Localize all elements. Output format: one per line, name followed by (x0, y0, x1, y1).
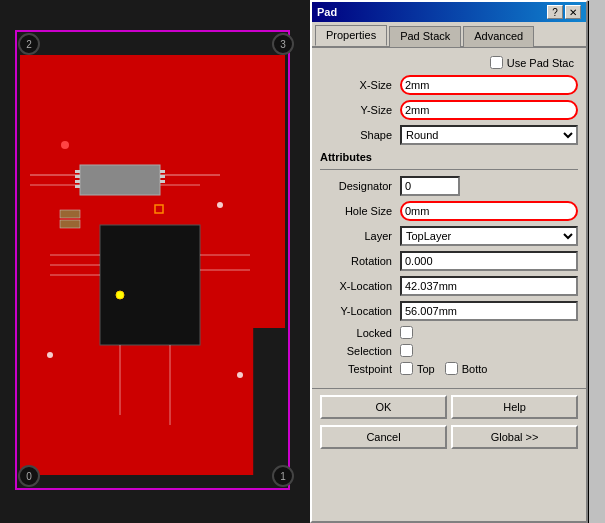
locked-checkbox[interactable] (400, 326, 413, 339)
ok-button[interactable]: OK (320, 395, 447, 419)
x-location-input[interactable] (400, 276, 578, 296)
x-location-label: X-Location (320, 280, 400, 292)
testpoint-row: Testpoint Top Botto (320, 362, 578, 375)
designator-input[interactable] (400, 176, 460, 196)
x-location-row: X-Location (320, 276, 578, 296)
pcb-traces (20, 55, 285, 475)
attributes-header: Attributes (320, 151, 578, 163)
tab-properties[interactable]: Properties (315, 25, 387, 46)
svg-rect-18 (60, 210, 80, 218)
use-padstack-row: Use Pad Stac (320, 56, 578, 69)
use-padstack-label: Use Pad Stac (507, 57, 574, 69)
svg-rect-8 (160, 175, 165, 178)
y-size-label: Y-Size (320, 104, 400, 116)
corner-2: 2 (18, 33, 40, 55)
close-button[interactable]: ✕ (565, 5, 581, 19)
hole-size-input[interactable] (400, 201, 578, 221)
rotation-row: Rotation (320, 251, 578, 271)
svg-rect-7 (160, 170, 165, 173)
shape-row: Shape Round Square Rectangular (320, 125, 578, 145)
svg-rect-3 (75, 170, 80, 173)
locked-row: Locked (320, 326, 578, 339)
pad-dialog: Pad ? ✕ Properties Pad Stack Advanced Us… (310, 0, 588, 523)
rotation-label: Rotation (320, 255, 400, 267)
svg-point-22 (217, 202, 223, 208)
testpoint-label: Testpoint (320, 363, 400, 375)
layer-row: Layer TopLayer BottomLayer MultiLayer (320, 226, 578, 246)
x-size-input[interactable] (400, 75, 578, 95)
pcb-canvas: 2 3 0 1 (0, 0, 310, 523)
svg-point-24 (237, 372, 243, 378)
svg-rect-5 (75, 180, 80, 183)
testpoint-checks: Top Botto (400, 362, 487, 375)
rotation-input[interactable] (400, 251, 578, 271)
layer-select[interactable]: TopLayer BottomLayer MultiLayer (400, 226, 578, 246)
use-padstack-checkbox[interactable] (490, 56, 503, 69)
layer-label: Layer (320, 230, 400, 242)
tab-advanced[interactable]: Advanced (463, 26, 534, 47)
designator-row: Designator (320, 176, 578, 196)
y-size-row: Y-Size (320, 100, 578, 120)
titlebar-buttons: ? ✕ (547, 5, 581, 19)
selection-label: Selection (320, 345, 400, 357)
x-size-label: X-Size (320, 79, 400, 91)
svg-rect-4 (75, 175, 80, 178)
hole-size-label: Hole Size (320, 205, 400, 217)
tab-pad-stack[interactable]: Pad Stack (389, 26, 461, 47)
testpoint-top-checkbox[interactable] (400, 362, 413, 375)
divider (320, 169, 578, 170)
y-location-input[interactable] (400, 301, 578, 321)
svg-rect-9 (160, 180, 165, 183)
svg-point-21 (61, 141, 69, 149)
y-size-input[interactable] (400, 100, 578, 120)
svg-rect-2 (80, 165, 160, 195)
dialog-content: Use Pad Stac X-Size Y-Size Shape Round S… (312, 48, 586, 388)
x-size-row: X-Size (320, 75, 578, 95)
help-button[interactable]: ? (547, 5, 563, 19)
testpoint-botto-checkbox[interactable] (445, 362, 458, 375)
dialog-buttons-row1: OK Help (312, 388, 586, 425)
shape-select[interactable]: Round Square Rectangular (400, 125, 578, 145)
corner-3: 3 (272, 33, 294, 55)
svg-rect-6 (75, 185, 80, 188)
svg-point-20 (116, 291, 124, 299)
cancel-button[interactable]: Cancel (320, 425, 447, 449)
selection-checkbox[interactable] (400, 344, 413, 357)
dialog-title: Pad (317, 6, 337, 18)
y-location-row: Y-Location (320, 301, 578, 321)
shape-label: Shape (320, 129, 400, 141)
svg-point-23 (47, 352, 53, 358)
testpoint-botto-label: Botto (462, 363, 488, 375)
dialog-titlebar: Pad ? ✕ (312, 2, 586, 22)
testpoint-top-label: Top (417, 363, 435, 375)
locked-label: Locked (320, 327, 400, 339)
dialog-buttons-row2: Cancel Global >> (312, 425, 586, 455)
y-location-label: Y-Location (320, 305, 400, 317)
selection-row: Selection (320, 344, 578, 357)
svg-rect-10 (100, 225, 200, 345)
designator-label: Designator (320, 180, 400, 192)
global-button[interactable]: Global >> (451, 425, 578, 449)
svg-rect-25 (155, 205, 163, 213)
tab-bar: Properties Pad Stack Advanced (312, 22, 586, 48)
hole-size-row: Hole Size (320, 201, 578, 221)
svg-rect-19 (60, 220, 80, 228)
help-dialog-button[interactable]: Help (451, 395, 578, 419)
